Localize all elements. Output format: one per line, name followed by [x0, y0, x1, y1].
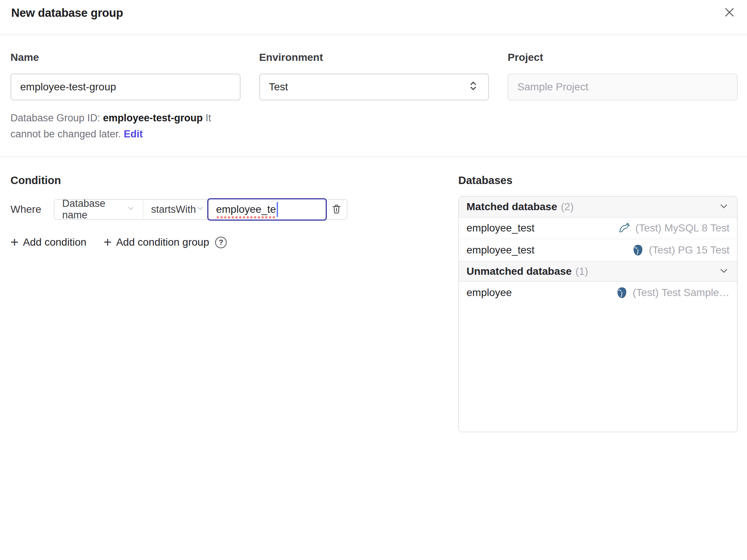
- close-button[interactable]: [722, 4, 737, 21]
- condition-operator-value: startsWith: [151, 204, 196, 215]
- environment-value: Test: [269, 81, 288, 93]
- condition-value-input[interactable]: employee_te: [207, 198, 327, 221]
- add-condition-button[interactable]: + Add condition: [10, 236, 86, 248]
- name-input[interactable]: [10, 74, 241, 100]
- database-instance: (Test) PG 15 Test: [632, 244, 729, 256]
- databases-section: Databases Matched database(2) em: [458, 157, 738, 432]
- database-name: employee_test: [467, 244, 534, 256]
- condition-operator-select[interactable]: startsWith: [143, 200, 208, 219]
- lower-columns: Condition Where Database name startsWith: [0, 157, 747, 432]
- unmatched-database-count: (1): [576, 265, 588, 277]
- database-row: employee_test (Test) PG 15 Test: [459, 239, 737, 261]
- condition-row: Where Database name startsWith: [10, 199, 440, 220]
- environment-label: Environment: [259, 51, 489, 64]
- delete-condition-button[interactable]: [326, 200, 347, 219]
- plus-icon: +: [103, 237, 112, 248]
- add-condition-label: Add condition: [23, 236, 87, 248]
- condition-heading: Condition: [10, 174, 440, 187]
- edit-id-link[interactable]: Edit: [124, 128, 143, 140]
- databases-panel: Matched database(2) employee_test: [458, 196, 738, 432]
- environment-field-group: Environment Test: [259, 51, 489, 142]
- matched-database-rows: employee_test (Test) MySQL 8 Test employ…: [459, 218, 737, 261]
- condition-expression-group: Database name startsWith: [54, 199, 347, 220]
- form-grid: Name Database Group ID: employee-test-gr…: [0, 35, 747, 142]
- text-caret: [277, 202, 278, 217]
- add-condition-group-label: Add condition group: [116, 236, 209, 248]
- plus-icon: +: [10, 237, 19, 248]
- matched-database-title: Matched database: [467, 201, 557, 212]
- project-label: Project: [508, 51, 738, 64]
- condition-factor-select[interactable]: Database name: [55, 200, 143, 219]
- id-hint-value: employee-test-group: [103, 112, 203, 124]
- close-icon: [723, 6, 736, 20]
- matched-database-header[interactable]: Matched database(2): [459, 197, 737, 218]
- database-instance: (Test) MySQL 8 Test: [618, 222, 729, 234]
- database-instance: (Test) Test Sample…: [616, 286, 729, 299]
- project-field-group: Project: [508, 51, 738, 142]
- name-label: Name: [10, 51, 241, 64]
- condition-factor-value: Database name: [62, 198, 126, 221]
- name-field-group: Name Database Group ID: employee-test-gr…: [10, 51, 241, 142]
- database-group-id-hint: Database Group ID: employee-test-group I…: [10, 110, 241, 142]
- chevron-down-icon: [126, 204, 135, 215]
- database-row: employee (Test) Test Sample…: [459, 282, 737, 304]
- chevron-down-icon: [718, 200, 729, 213]
- mysql-icon: [618, 222, 631, 234]
- instance-label: (Test) MySQL 8 Test: [635, 222, 729, 234]
- project-input: [508, 74, 738, 100]
- unmatched-database-title: Unmatched database: [467, 265, 572, 277]
- matched-database-group: Matched database(2) employee_test: [459, 197, 737, 261]
- dialog-title: New database group: [11, 6, 123, 20]
- trash-icon: [331, 203, 342, 216]
- postgresql-icon: [632, 244, 644, 256]
- help-icon[interactable]: ?: [215, 237, 227, 248]
- unmatched-database-group: Unmatched database(1) employee: [459, 261, 737, 304]
- database-name: employee_test: [467, 222, 534, 234]
- unmatched-database-rows: employee (Test) Test Sample…: [459, 282, 737, 304]
- dialog-header: New database group: [0, 0, 747, 35]
- where-label: Where: [10, 203, 41, 215]
- add-condition-group-button[interactable]: + Add condition group ?: [103, 236, 227, 248]
- unmatched-database-header[interactable]: Unmatched database(1): [459, 261, 737, 282]
- database-name: employee: [467, 287, 512, 299]
- instance-label: (Test) Test Sample…: [633, 287, 729, 299]
- id-hint-prefix: Database Group ID:: [10, 112, 103, 124]
- condition-actions: + Add condition + Add condition group ?: [10, 236, 440, 248]
- matched-database-count: (2): [561, 201, 574, 212]
- postgresql-icon: [616, 286, 628, 299]
- instance-label: (Test) PG 15 Test: [649, 244, 729, 256]
- selector-up-down-icon: [467, 80, 479, 94]
- database-row: employee_test (Test) MySQL 8 Test: [459, 218, 737, 239]
- chevron-down-icon: [196, 204, 205, 215]
- condition-value-text: employee_te: [216, 203, 276, 215]
- databases-heading: Databases: [458, 174, 738, 187]
- chevron-down-icon: [718, 265, 729, 278]
- environment-select[interactable]: Test: [259, 74, 489, 100]
- condition-section: Condition Where Database name startsWith: [10, 157, 440, 248]
